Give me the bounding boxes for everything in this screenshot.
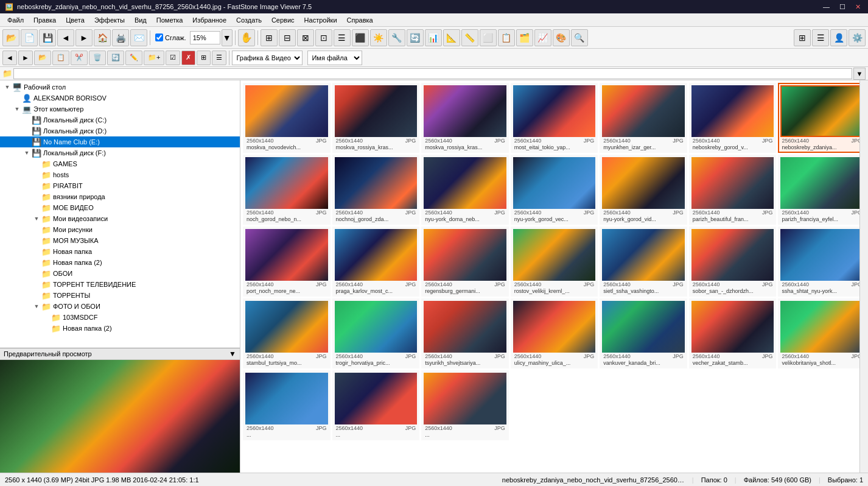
menu-view[interactable]: Вид (130, 15, 152, 25)
thumbnail-item-5[interactable]: 2560x1440JPGmyunkhen_izar_ger... (600, 83, 687, 153)
zoom-field[interactable] (190, 31, 220, 44)
maximize-button[interactable]: ☐ (837, 3, 848, 11)
tb-btn13[interactable]: 🔄 (407, 29, 424, 46)
tb-btn22[interactable]: 🔍 (571, 29, 588, 46)
sidebar-item-piratbit[interactable]: 📁PIRATBIT (0, 180, 240, 191)
tb-open-button[interactable]: 📄 (21, 29, 38, 46)
tb-btn15[interactable]: 📐 (443, 29, 460, 46)
thumbnail-item-14[interactable]: 2560x1440JPGparizh_franciya_eyfel... (778, 155, 866, 225)
tb-btn7[interactable]: ⊠ (297, 29, 314, 46)
menu-favorites[interactable]: Избранное (187, 15, 231, 25)
sidebar-item-torrent_tv[interactable]: 📁ТОРРЕНТ ТЕЛЕВИДЕНИЕ (0, 279, 240, 290)
address-dropdown-button[interactable]: ▼ (853, 68, 866, 80)
sidebar-item-desktop[interactable]: ▼🖥️Рабочий стол (0, 82, 240, 93)
select-all-button[interactable]: ☑ (166, 51, 180, 65)
tb2-btn2[interactable]: ☰ (212, 51, 226, 65)
tb-btn17[interactable]: ⬜ (480, 29, 497, 46)
tb-btn11[interactable]: ☀️ (370, 29, 387, 46)
sidebar-item-disk_c[interactable]: 💾Локальный диск (C:) (0, 114, 240, 125)
thumbnail-item-31[interactable]: 2560x1440JPG... (421, 370, 509, 440)
deselect-button[interactable]: ✗ (181, 51, 195, 65)
thumbnail-item-23[interactable]: 2560x1440JPGtrogir_horvatiya_pric... (332, 298, 420, 368)
menu-file[interactable]: Файл (2, 15, 29, 25)
tb-hand-button[interactable]: ✋ (238, 29, 255, 46)
thumbnail-item-26[interactable]: 2560x1440JPGvankuver_kanada_bri... (600, 298, 687, 368)
tb-smooth-check[interactable]: Сглаж. (153, 33, 189, 41)
sidebar-item-torrenty[interactable]: 📁ТОРРЕНТЫ (0, 290, 240, 301)
thumbnail-item-28[interactable]: 2560x1440JPGvelikobritaniya_shotl... (778, 298, 866, 368)
tb-grid3-button[interactable]: 👤 (830, 29, 847, 46)
tb-grid4-button[interactable]: ⚙️ (849, 29, 866, 46)
sidebar-item-oboi[interactable]: 📁ОБОИ (0, 268, 240, 279)
menu-effects[interactable]: Эффекты (89, 15, 130, 25)
tb-home-button[interactable]: 🏠 (94, 29, 111, 46)
thumbnail-item-16[interactable]: 2560x1440JPGpraga_karlov_most_c... (332, 227, 420, 297)
delete-button[interactable]: 🗑️ (89, 51, 106, 65)
sidebar-item-disk_d[interactable]: 💾Локальный диск (D:) (0, 125, 240, 136)
thumbnail-item-27[interactable]: 2560x1440JPGvecher_zakat_stamb... (689, 298, 777, 368)
sidebar-item-novpap1[interactable]: 📁Новая папка (0, 246, 240, 257)
sidebar-item-moyamuz[interactable]: 📁МОЯ МУЗЫКА (0, 235, 240, 246)
sidebar-item-novpap3[interactable]: 📁Новая папка (2) (0, 323, 240, 334)
thumbnail-item-7[interactable]: 2560x1440JPGneboskreby_zdaniya... (778, 83, 866, 153)
thumbnail-item-12[interactable]: 2560x1440JPGnyu-york_gorod_vid... (600, 155, 687, 225)
sidebar-item-hosts[interactable]: 📁hosts (0, 169, 240, 180)
thumbnail-item-4[interactable]: 2560x1440JPGmost_eitai_tokio_yap... (511, 83, 598, 153)
tb-save-button[interactable]: 💾 (39, 29, 56, 46)
thumbnail-item-9[interactable]: 2560x1440JPGnochnoj_gorod_zda... (332, 155, 420, 225)
tb-nav-prev-button[interactable]: ◄ (57, 29, 74, 46)
menu-settings[interactable]: Настройки (299, 15, 342, 25)
menu-mark[interactable]: Пометка (152, 15, 188, 25)
open-folder-button[interactable]: 📂 (34, 51, 51, 65)
sidebar-item-games[interactable]: 📁GAMES (0, 158, 240, 169)
thumbnail-item-2[interactable]: 2560x1440JPGmoskva_rossiya_kras... (332, 83, 420, 153)
tb-grid1-button[interactable]: ⊞ (794, 29, 811, 46)
sidebar-item-user[interactable]: 👤ALEKSANDR BORISOV (0, 93, 240, 104)
nav-back-button[interactable]: ◄ (2, 51, 17, 65)
tb-nav-next-button[interactable]: ► (75, 29, 93, 46)
sidebar-item-msdcf[interactable]: 📁103MSDCF (0, 312, 240, 323)
tb-btn18[interactable]: 📋 (498, 29, 515, 46)
category-select[interactable]: Графика & Видео (232, 51, 303, 65)
thumbnail-item-11[interactable]: 2560x1440JPGnyu-york_gorod_vec... (511, 155, 598, 225)
thumbnail-item-3[interactable]: 2560x1440JPGmoskva_rossiya_kras... (421, 83, 509, 153)
sidebar-item-novpap2[interactable]: 📁Новая папка (2) (0, 257, 240, 268)
rename-button[interactable]: ✏️ (125, 51, 142, 65)
tb-btn19[interactable]: 🗂️ (516, 29, 533, 46)
smooth-checkbox[interactable] (155, 33, 163, 41)
refresh-button[interactable]: 🔄 (107, 51, 124, 65)
tb-btn14[interactable]: 📊 (425, 29, 442, 46)
thumbnail-item-20[interactable]: 2560x1440JPGsobor_san_-_dzhordzh... (689, 227, 777, 297)
thumbnail-item-8[interactable]: 2560x1440JPGnoch_gorod_nebo_n... (243, 155, 331, 225)
menu-create[interactable]: Создать (231, 15, 267, 25)
tb-btn9[interactable]: ☰ (334, 29, 351, 46)
tb-email-button[interactable]: ✉️ (130, 29, 147, 46)
menu-help[interactable]: Справка (342, 15, 378, 25)
thumbnail-item-22[interactable]: 2560x1440JPGstambul_turtsiya_mo... (243, 298, 331, 368)
thumbnail-item-6[interactable]: 2560x1440JPGneboskreby_gorod_v... (689, 83, 777, 153)
close-button[interactable]: ✕ (853, 3, 863, 11)
copy-button[interactable]: 📋 (52, 51, 69, 65)
sidebar-item-moiris[interactable]: 📁Мои рисунки (0, 224, 240, 235)
tb-btn8[interactable]: ⊡ (315, 29, 332, 46)
move-button[interactable]: ✂️ (71, 51, 88, 65)
tb-btn5[interactable]: ⊞ (261, 29, 278, 46)
minimize-button[interactable]: — (821, 3, 832, 11)
tb-btn12[interactable]: 🔧 (388, 29, 405, 46)
tb-open-folder-button[interactable]: 📂 (2, 29, 19, 46)
scrollbar[interactable] (859, 80, 868, 473)
tb-btn21[interactable]: 🎨 (553, 29, 570, 46)
sidebar-item-vyazniki[interactable]: 📁вязники природа (0, 191, 240, 202)
thumbnail-item-17[interactable]: 2560x1440JPGregensburg_germani... (421, 227, 509, 297)
thumbnail-item-1[interactable]: 2560x1440JPGmoskva_novodevich... (243, 83, 331, 153)
tb-print-button[interactable]: 🖨️ (112, 29, 129, 46)
menu-colors[interactable]: Цвета (61, 15, 89, 25)
sort-select[interactable]: Имя файла (307, 51, 362, 65)
thumbnail-item-25[interactable]: 2560x1440JPGulicy_mashiny_ulica_... (511, 298, 598, 368)
sidebar-item-noname[interactable]: 💾No Name Club (E:) (0, 136, 240, 147)
sidebar-item-moevideo[interactable]: 📁МОЕ ВИДЕО (0, 202, 240, 213)
thumbnail-item-19[interactable]: 2560x1440JPGsietl_ssha_vashingto... (600, 227, 687, 297)
thumbnail-item-24[interactable]: 2560x1440JPGtsyurikh_shvejtsariya... (421, 298, 509, 368)
tb-btn6[interactable]: ⊟ (279, 29, 296, 46)
thumbnail-item-30[interactable]: 2560x1440JPG... (332, 370, 420, 440)
